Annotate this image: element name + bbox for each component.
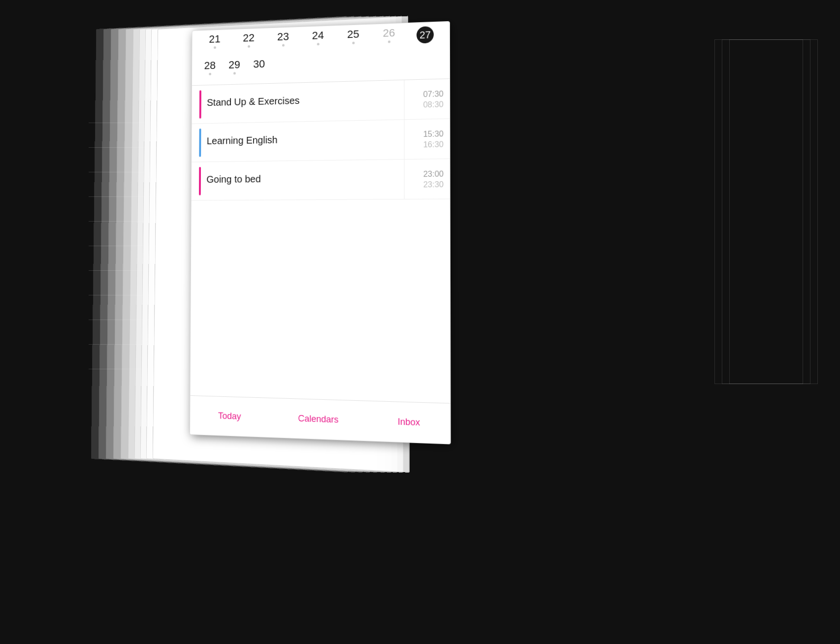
day-dot bbox=[388, 40, 390, 43]
event-time-start: 07:30 bbox=[423, 89, 443, 100]
day-number: 24 bbox=[312, 30, 324, 41]
calendar-week-1: 21 22 23 24 25 bbox=[198, 26, 444, 55]
calendar-day-27[interactable]: 27 bbox=[412, 26, 438, 48]
main-calendar-card: 21 22 23 24 25 bbox=[190, 21, 451, 445]
empty-area bbox=[191, 199, 450, 361]
event-item-bed[interactable]: Going to bed 23:00 23:30 bbox=[192, 159, 450, 201]
event-title: Stand Up & Exercises bbox=[207, 93, 400, 108]
day-number: 21 bbox=[209, 34, 220, 45]
calendar-day-25[interactable]: 25 bbox=[340, 29, 366, 51]
day-number: 28 bbox=[204, 60, 216, 71]
bg-grid bbox=[89, 98, 197, 394]
day-number: 29 bbox=[228, 60, 240, 70]
day-number: 23 bbox=[277, 32, 289, 42]
day-dot bbox=[233, 72, 236, 74]
app-scene: 21 22 23 24 25 bbox=[0, 0, 840, 644]
calendar-day-28[interactable]: 28 bbox=[197, 60, 222, 76]
day-dot bbox=[317, 43, 319, 45]
calendar-week-2: 28 29 30 bbox=[197, 53, 443, 76]
event-title: Learning English bbox=[207, 132, 400, 147]
event-content: Learning English bbox=[201, 120, 404, 161]
calendar-day-24[interactable]: 24 bbox=[305, 30, 331, 52]
day-dot bbox=[248, 45, 250, 48]
event-time-block: 15:30 16:30 bbox=[404, 119, 450, 160]
event-time-start: 23:00 bbox=[423, 169, 444, 180]
day-dot bbox=[214, 46, 216, 49]
event-time-block: 07:30 08:30 bbox=[404, 79, 450, 119]
calendar-day-26[interactable]: 26 bbox=[376, 27, 402, 49]
calendar-grid: 21 22 23 24 25 bbox=[192, 22, 450, 86]
ghost-card-3 bbox=[714, 39, 803, 384]
event-time-end: 23:30 bbox=[423, 180, 444, 190]
event-content: Going to bed bbox=[201, 160, 404, 200]
event-time-block: 23:00 23:30 bbox=[404, 159, 450, 199]
event-time-end: 16:30 bbox=[423, 140, 444, 149]
day-dot bbox=[352, 42, 355, 44]
day-number: 25 bbox=[347, 29, 359, 40]
day-number: 26 bbox=[383, 28, 395, 39]
event-time-end: 08:30 bbox=[423, 100, 443, 109]
calendar-day-23[interactable]: 23 bbox=[271, 31, 296, 53]
day-number: 30 bbox=[253, 59, 265, 69]
day-dot bbox=[282, 44, 284, 46]
calendar-day-22[interactable]: 22 bbox=[236, 32, 261, 54]
calendar-day-30[interactable]: 30 bbox=[247, 59, 272, 74]
events-section: Stand Up & Exercises 07:30 08:30 Learnin… bbox=[191, 79, 450, 361]
event-title: Going to bed bbox=[206, 172, 400, 185]
nav-today[interactable]: Today bbox=[209, 407, 251, 426]
nav-inbox[interactable]: Inbox bbox=[388, 412, 430, 432]
event-content: Stand Up & Exercises bbox=[201, 80, 404, 124]
today-indicator: 27 bbox=[417, 26, 434, 43]
nav-calendars[interactable]: Calendars bbox=[289, 409, 349, 429]
event-item-standup[interactable]: Stand Up & Exercises 07:30 08:30 bbox=[192, 79, 450, 124]
event-item-english[interactable]: Learning English 15:30 16:30 bbox=[192, 119, 450, 162]
day-number: 22 bbox=[243, 32, 255, 43]
event-time-start: 15:30 bbox=[423, 129, 443, 140]
calendar-day-21[interactable]: 21 bbox=[202, 33, 227, 55]
calendar-day-29[interactable]: 29 bbox=[222, 59, 247, 75]
day-dot bbox=[209, 73, 211, 75]
